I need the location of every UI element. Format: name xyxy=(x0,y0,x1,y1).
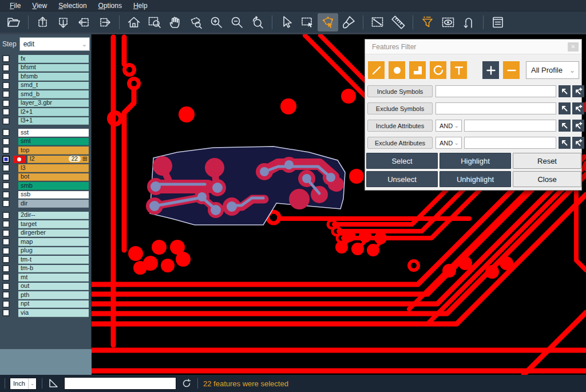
select-rectangle-button[interactable] xyxy=(297,13,318,31)
layer-chip-smb[interactable]: smb xyxy=(18,182,89,190)
profile-select[interactable]: All Profile ⌄ xyxy=(526,61,579,79)
layer-checkbox-smt[interactable] xyxy=(2,138,10,145)
layer-checkbox-smd_t[interactable] xyxy=(2,82,10,89)
filter-input[interactable] xyxy=(464,120,556,132)
menu-view[interactable]: View xyxy=(27,1,52,11)
filter-label-button[interactable]: Exclude Symbols xyxy=(367,102,433,114)
layer-checkbox-l2[interactable] xyxy=(2,156,10,163)
zoom-polygon-button[interactable] xyxy=(185,13,206,31)
layer-chip-2dir--[interactable]: 2dir-- xyxy=(18,212,89,220)
layer-chip-layer_3.gbr[interactable]: layer_3.gbr xyxy=(18,100,89,108)
filter-surface-button[interactable] xyxy=(409,61,426,79)
layer-checkbox-bfsmt[interactable] xyxy=(2,64,10,72)
pick-add-from-screen-button[interactable] xyxy=(572,120,584,132)
layer-row-smd_b[interactable]: smd_b xyxy=(0,90,92,99)
layer-row-l3[interactable]: l3 xyxy=(0,164,92,173)
layer-row-top[interactable]: top xyxy=(0,146,92,155)
filter-input[interactable] xyxy=(435,85,556,97)
active-layer-indicator[interactable] xyxy=(13,156,25,163)
filter-input-field[interactable] xyxy=(465,138,556,149)
close-button[interactable]: Close xyxy=(513,171,581,187)
pick-from-screen-button[interactable] xyxy=(559,137,571,149)
filter-label-button[interactable]: Include Attributes xyxy=(367,120,433,132)
home-view-button[interactable] xyxy=(124,13,144,31)
layer-checkbox-bfsmb[interactable] xyxy=(2,73,10,80)
layer-row-tm-t[interactable]: tm-t xyxy=(0,255,92,264)
measure-ruler-button[interactable] xyxy=(388,13,409,31)
layer-row-l3+1[interactable]: l3+1 xyxy=(0,117,92,126)
unhighlight-button[interactable]: Unhighlight xyxy=(440,171,511,187)
layer-row-mt[interactable]: mt xyxy=(0,273,92,282)
filter-arc-button[interactable] xyxy=(430,61,446,79)
layer-chip-fx[interactable]: fx xyxy=(18,55,89,63)
pan-up-button[interactable] xyxy=(33,13,53,31)
layer-chip-l2+1[interactable]: l2+1 xyxy=(18,108,89,116)
pick-add-from-screen-button[interactable] xyxy=(572,137,584,149)
pick-from-screen-button[interactable] xyxy=(559,102,571,114)
layer-checkbox-dirgerber[interactable] xyxy=(2,229,10,237)
layer-chip-out[interactable]: out xyxy=(18,283,89,291)
layer-row-bfsmb[interactable]: bfsmb xyxy=(0,72,92,81)
highlight-button[interactable]: Highlight xyxy=(440,153,511,169)
zoom-in-button[interactable] xyxy=(206,13,227,31)
layer-checkbox-layer_3.gbr[interactable] xyxy=(2,100,10,107)
layer-chip-smt[interactable]: smt xyxy=(18,138,89,146)
pan-down-button[interactable] xyxy=(53,13,74,31)
layer-checkbox-ssb[interactable] xyxy=(2,191,10,199)
measure-distance-button[interactable] xyxy=(367,13,388,31)
filter-remove-button[interactable] xyxy=(503,61,520,79)
layer-chip-bfsmt[interactable]: bfsmt xyxy=(18,64,89,72)
layer-checkbox-top[interactable] xyxy=(2,146,10,154)
layer-row-fx[interactable]: fx xyxy=(0,54,92,64)
menu-selection[interactable]: Selection xyxy=(53,1,92,11)
layer-chip-via[interactable]: via xyxy=(18,309,89,317)
layer-chip-tm-t[interactable]: tm-t xyxy=(18,256,89,264)
layer-row-map[interactable]: map xyxy=(0,237,92,247)
layer-checkbox-smb[interactable] xyxy=(2,182,10,189)
layer-chip-smd_t[interactable]: smd_t xyxy=(18,82,89,90)
pan-hand-button[interactable] xyxy=(165,13,185,31)
layer-chip-mt[interactable]: mt xyxy=(18,274,89,282)
filter-input-field[interactable] xyxy=(465,121,556,132)
layer-checkbox-out[interactable] xyxy=(2,283,10,290)
layer-row-sst[interactable]: sst xyxy=(0,128,92,137)
layer-row-ssb[interactable]: ssb xyxy=(0,191,92,200)
layer-row-smd_t[interactable]: smd_t xyxy=(0,81,92,90)
reset-button[interactable]: Reset xyxy=(513,153,581,169)
command-input[interactable] xyxy=(64,377,176,390)
layer-chip-bfsmb[interactable]: bfsmb xyxy=(18,73,89,81)
layer-chip-top[interactable]: top xyxy=(18,146,89,155)
snap-mode-button[interactable] xyxy=(458,13,479,31)
layer-chip-smd_b[interactable]: smd_b xyxy=(18,90,89,98)
layer-row-dirgerber[interactable]: dirgerber xyxy=(0,229,92,238)
layer-checkbox-dir[interactable] xyxy=(2,200,10,207)
pick-add-from-screen-button[interactable] xyxy=(572,102,584,114)
operator-select[interactable]: AND⌄ xyxy=(435,137,462,149)
zoom-previous-button[interactable] xyxy=(247,13,268,31)
layer-row-l2[interactable]: l222⊞ xyxy=(0,155,92,164)
layer-row-2dir--[interactable]: 2dir-- xyxy=(0,211,92,220)
layer-chip-pth[interactable]: pth xyxy=(18,291,89,299)
layer-row-plug[interactable]: plug xyxy=(0,247,92,256)
layer-checkbox-npt[interactable] xyxy=(2,300,10,308)
filter-input-field[interactable] xyxy=(436,86,556,97)
layer-chip-dir[interactable]: dir xyxy=(18,200,89,208)
zoom-window-button[interactable] xyxy=(144,13,165,31)
feature-properties-button[interactable] xyxy=(488,13,508,31)
layer-chip-plug[interactable]: plug xyxy=(18,247,89,255)
filter-label-button[interactable]: Include Symbols xyxy=(367,85,433,97)
layer-checkbox-l3[interactable] xyxy=(2,164,10,172)
operator-select[interactable]: AND⌄ xyxy=(435,120,462,132)
layer-chip-dirgerber[interactable]: dirgerber xyxy=(18,229,89,237)
layer-chip-npt[interactable]: npt xyxy=(18,300,89,308)
pick-add-from-screen-button[interactable] xyxy=(572,85,584,97)
layer-row-npt[interactable]: npt xyxy=(0,300,92,309)
layer-checkbox-target[interactable] xyxy=(2,220,10,228)
layer-chip-bot[interactable]: bot xyxy=(18,173,89,181)
menu-file[interactable]: File xyxy=(5,1,26,11)
pan-right-button[interactable] xyxy=(94,13,115,31)
dialog-titlebar[interactable]: Features Filter ✕ xyxy=(365,39,581,54)
angle-tool-icon[interactable] xyxy=(47,378,59,389)
pick-from-screen-button[interactable] xyxy=(559,120,571,132)
command-input-field[interactable] xyxy=(65,378,176,389)
